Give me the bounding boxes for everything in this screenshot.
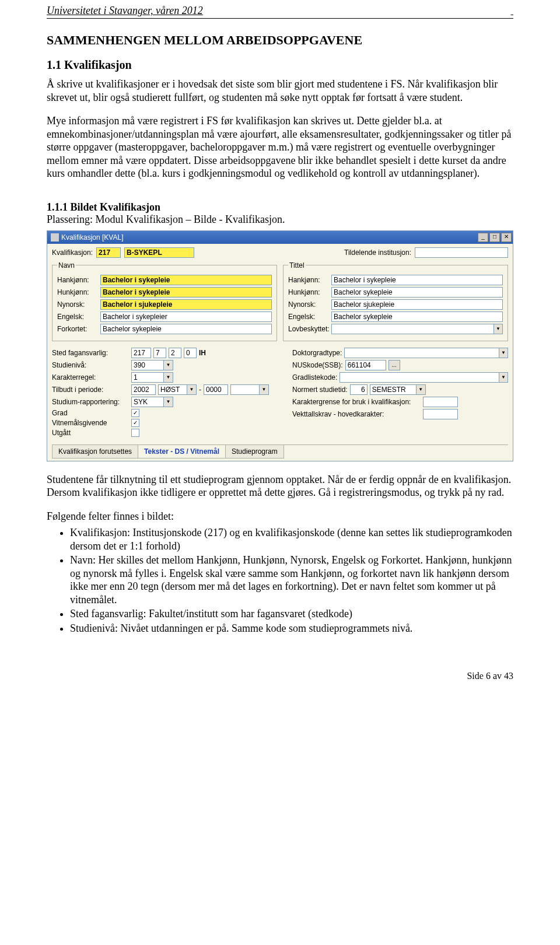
heading-main: SAMMENHENGEN MELLOM ARBEIDSOPPGAVENE (47, 33, 513, 48)
app-window: Kvalifikasjon [KVAL] _ □ ✕ Kvalifikasjon… (47, 230, 513, 461)
sted-2[interactable] (153, 348, 166, 358)
navn-nynorsk-input[interactable] (100, 299, 272, 310)
tittel-hunkjonn-input[interactable] (331, 287, 503, 298)
chevron-down-icon[interactable]: ▼ (164, 397, 173, 407)
navn-nynorsk-label: Nynorsk: (57, 300, 100, 309)
vekttall-label: Vekttallskrav - hovedkarakter: (292, 410, 421, 418)
tittel-engelsk-input[interactable] (331, 312, 503, 322)
studrap-label: Studium-rapportering: (52, 398, 129, 406)
kvalifikasjon-code-input[interactable] (96, 247, 121, 258)
tilbudt-sem[interactable] (158, 384, 187, 395)
chevron-down-icon[interactable]: ▼ (164, 360, 173, 370)
gradliste-label: Gradlistekode: (292, 373, 337, 382)
normert-label: Normert studietid: (292, 386, 348, 394)
vitnemal-checkbox[interactable]: ✓ (131, 419, 139, 427)
vekttall-input[interactable] (423, 409, 458, 419)
paragraph-3: Studentene får tilknytning til ett studi… (47, 473, 513, 499)
tilbudt-dash: - (199, 386, 201, 394)
doktor-label: Doktorgradtype: (292, 349, 342, 357)
tittel-hankjonn-input[interactable] (331, 275, 503, 285)
studrap-input[interactable] (131, 397, 164, 407)
navn-forkortet-label: Forkortet: (57, 325, 100, 333)
navn-hankjonn-label: Hankjønn: (57, 276, 100, 284)
tab-forutsettes[interactable]: Kvalifikasjon forutsettes (52, 445, 138, 459)
tittel-hunkjonn-label: Hunkjønn: (288, 288, 331, 296)
nuskode-label: NUSkode(SSB): (292, 361, 343, 369)
maximize-button[interactable]: □ (489, 233, 500, 242)
navn-hunkjonn-label: Hunkjønn: (57, 288, 100, 296)
tilbudt-year2[interactable] (204, 384, 228, 395)
window-icon (51, 233, 59, 242)
utgatt-label: Utgått (52, 429, 129, 437)
grad-label: Grad (52, 409, 129, 417)
chevron-down-icon[interactable]: ▼ (499, 348, 508, 358)
kvalifikasjon-name-input[interactable] (124, 247, 194, 258)
kargrense-input[interactable] (423, 397, 458, 407)
tab-tekster[interactable]: Tekster - DS / Vitnemål (138, 445, 226, 459)
tildelende-input[interactable] (415, 247, 508, 258)
normert-n-input[interactable] (350, 384, 368, 395)
navn-forkortet-input[interactable] (100, 324, 272, 334)
chevron-down-icon[interactable]: ▼ (260, 384, 269, 395)
karakterregel-input[interactable] (131, 372, 164, 383)
chevron-down-icon[interactable]: ▼ (499, 372, 508, 383)
navn-engelsk-label: Engelsk: (57, 313, 100, 321)
chevron-down-icon[interactable]: ▼ (164, 372, 173, 383)
navn-hunkjonn-input[interactable] (100, 287, 272, 298)
paragraph-2: Mye informasjon må være registrert i FS … (47, 114, 513, 180)
chevron-down-icon[interactable]: ▼ (494, 324, 503, 334)
sted-3[interactable] (169, 348, 181, 358)
window-title: Kvalifikasjon [KVAL] (61, 233, 124, 242)
bullet-list: Kvalifikasjon: Institusjonskode (217) og… (47, 526, 513, 635)
sted-4[interactable] (184, 348, 197, 358)
close-button[interactable]: ✕ (501, 233, 512, 242)
page-header-left: Universitetet i Stavanger, våren 2012 (47, 5, 203, 17)
tittel-hankjonn-label: Hankjønn: (288, 276, 331, 284)
navn-engelsk-input[interactable] (100, 312, 272, 322)
bullet-intro: Følgende felter finnes i bildet: (47, 510, 513, 523)
tittel-lovbeskyttet-label: Lovbeskyttet: (288, 325, 331, 333)
studieniva-label: Studienivå: (52, 361, 129, 369)
utgatt-checkbox[interactable] (131, 429, 139, 437)
chevron-down-icon[interactable]: ▼ (416, 384, 426, 395)
tilbudt-label: Tilbudt i periode: (52, 386, 129, 394)
section-placement: Plassering: Modul Kvalifikasjon – Bilde … (47, 214, 513, 226)
nuskode-input[interactable] (345, 360, 386, 370)
sted-code: IH (199, 349, 206, 357)
list-item: Sted fagansvarlig: Fakultet/institutt so… (70, 607, 513, 621)
minimize-button[interactable]: _ (478, 233, 488, 242)
tittel-nynorsk-label: Nynorsk: (288, 300, 331, 309)
page-footer: Side 6 av 43 (0, 659, 560, 687)
doktor-input[interactable] (344, 348, 499, 358)
list-item: Studienivå: Nivået utdanningen er på. Sa… (70, 622, 513, 635)
sted-label: Sted fagansvarlig: (52, 349, 129, 357)
tittel-engelsk-label: Engelsk: (288, 313, 331, 321)
studieniva-input[interactable] (131, 360, 164, 370)
grad-checkbox[interactable]: ✓ (131, 409, 139, 417)
navn-hankjonn-input[interactable] (100, 275, 272, 285)
chevron-down-icon[interactable]: ▼ (187, 384, 197, 395)
tilbudt-year[interactable] (131, 384, 156, 395)
heading-1-1: 1.1 Kvalifikasjon (47, 58, 513, 72)
navn-legend: Navn (57, 261, 76, 270)
fieldset-tittel: Tittel Hankjønn: Hunkjønn: Nynorsk: Enge… (283, 261, 508, 341)
list-item: Navn: Her skilles det mellom Hankjønn, H… (70, 554, 513, 606)
nuskode-browse-button[interactable]: ... (388, 360, 400, 370)
vitnemal-label: Vitnemålsgivende (52, 419, 129, 427)
tittel-lovbeskyttet-input[interactable] (331, 324, 494, 334)
kvalifikasjon-label: Kvalifikasjon: (52, 249, 93, 257)
gradliste-input[interactable] (340, 372, 499, 383)
tildelende-label: Tildelende institusjon: (344, 249, 411, 257)
tittel-legend: Tittel (288, 261, 306, 270)
page-header-right (511, 5, 514, 17)
list-item: Kvalifikasjon: Institusjonskode (217) og… (70, 526, 513, 552)
tittel-nynorsk-input[interactable] (331, 299, 503, 310)
kargrense-label: Karaktergrense for bruk i kvalifikasjon: (292, 398, 421, 406)
sted-1[interactable] (131, 348, 151, 358)
tab-studieprogram[interactable]: Studieprogram (225, 445, 284, 459)
tilbudt-sem2[interactable] (230, 384, 260, 395)
normert-unit-input[interactable] (370, 384, 416, 395)
heading-1-1-1: 1.1.1 Bildet Kvalifikasjon (47, 201, 513, 214)
karakterregel-label: Karakterregel: (52, 373, 129, 382)
fieldset-navn: Navn Hankjønn: Hunkjønn: Nynorsk: Engels… (52, 261, 277, 341)
